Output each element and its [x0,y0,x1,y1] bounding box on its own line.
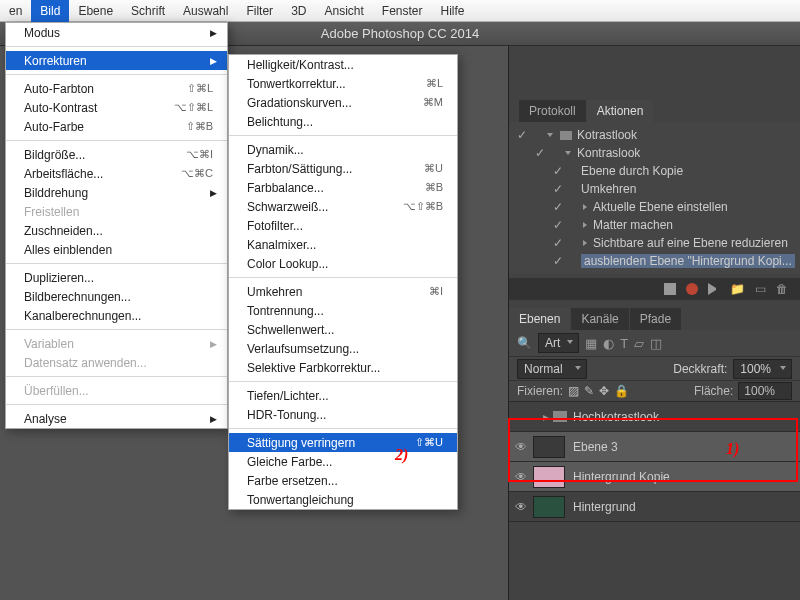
filter-type-select[interactable]: Art [538,333,579,353]
submenu-item[interactable]: Selektive Farbkorrektur... [229,358,457,377]
submenu-item[interactable]: Kanalmixer... [229,235,457,254]
menu-item[interactable]: Bilddrehung▶ [6,183,227,202]
play-icon[interactable] [708,283,720,295]
action-row[interactable]: ✓Kotrastlook [509,126,800,144]
filter-adj-icon[interactable]: ◐ [603,336,614,351]
lock-paint-icon[interactable]: ✎ [584,384,594,398]
new-icon[interactable]: ▭ [755,282,766,296]
blend-mode-select[interactable]: Normal [517,359,587,379]
submenu-item[interactable]: Schwarzweiß...⌥⇧⌘B [229,197,457,216]
action-row[interactable]: ✓Kontraslook [509,144,800,162]
visibility-icon[interactable]: 👁 [515,500,533,514]
submenu-item[interactable]: Fotofilter... [229,216,457,235]
submenu-item[interactable]: Gleiche Farbe... [229,452,457,471]
submenu-item[interactable]: HDR-Tonung... [229,405,457,424]
opacity-label: Deckkraft: [673,362,727,376]
actions-panel[interactable]: ✓Kotrastlook✓Kontraslook✓Ebene durch Kop… [509,122,800,274]
trash-icon[interactable]: 🗑 [776,282,788,296]
action-row[interactable]: ✓Ebene durch Kopie [509,162,800,180]
menu-item[interactable]: Korrekturen▶ [6,51,227,70]
action-row[interactable]: ✓Umkehren [509,180,800,198]
filter-smart-icon[interactable]: ◫ [650,336,662,351]
menu-item[interactable]: Bildgröße...⌥⌘I [6,145,227,164]
filter-type-icon[interactable]: T [620,336,628,351]
menu-item[interactable]: Analyse▶ [6,409,227,428]
layers-blend-row[interactable]: Normal Deckkraft: 100% [509,356,800,380]
fill-value[interactable]: 100% [738,382,792,400]
filter-shape-icon[interactable]: ▱ [634,336,644,351]
lock-pixel-icon[interactable]: ▨ [568,384,579,398]
submenu-item[interactable]: Schwellenwert... [229,320,457,339]
layer-row[interactable]: 👁Hintergrund [509,492,800,522]
menu-item[interactable]: Kanalberechnungen... [6,306,227,325]
menu-item[interactable]: Zuschneiden... [6,221,227,240]
submenu-item[interactable]: Belichtung... [229,112,457,131]
action-row[interactable]: ✓Matter machen [509,216,800,234]
menu-item[interactable]: Duplizieren... [6,268,227,287]
submenu-item[interactable]: Tonwertkorrektur...⌘L [229,74,457,93]
menu-item[interactable]: Auto-Farbton⇧⌘L [6,79,227,98]
folder-icon[interactable]: 📁 [730,282,745,296]
menu-bild-dropdown[interactable]: Modus▶Korrekturen▶Auto-Farbton⇧⌘LAuto-Ko… [5,22,228,429]
layers-list[interactable]: ▸Hochkotrastlook👁Ebene 3👁Hintergrund Kop… [509,402,800,522]
action-row[interactable]: ✓Aktuelle Ebene einstellen [509,198,800,216]
submenu-item[interactable]: Color Lookup... [229,254,457,273]
layer-row[interactable]: 👁Ebene 3 [509,432,800,462]
layers-lock-row[interactable]: Fixieren: ▨ ✎ ✥ 🔒 Fläche: 100% [509,380,800,402]
lock-move-icon[interactable]: ✥ [599,384,609,398]
menu-item[interactable]: Auto-Kontrast⌥⇧⌘L [6,98,227,117]
panel-tab[interactable]: Pfade [630,308,681,330]
menu-item[interactable]: Bildberechnungen... [6,287,227,306]
panel-tab[interactable]: Aktionen [587,100,654,122]
menu-schrift[interactable]: Schrift [122,0,174,22]
submenu-item[interactable]: Sättigung verringern⇧⌘U [229,433,457,452]
history-panel-tabs[interactable]: ProtokollAktionen [519,100,800,122]
visibility-icon[interactable]: 👁 [515,470,533,484]
filter-img-icon[interactable]: ▦ [585,336,597,351]
actions-toolbar[interactable]: 📁 ▭ 🗑 [509,278,800,300]
menubar[interactable]: enBildEbeneSchriftAuswahlFilter3DAnsicht… [0,0,800,22]
stop-icon[interactable] [664,283,676,295]
panel-tab[interactable]: Protokoll [519,100,586,122]
submenu-item[interactable]: Tiefen/Lichter... [229,386,457,405]
submenu-item[interactable]: Helligkeit/Kontrast... [229,55,457,74]
opacity-value[interactable]: 100% [733,359,792,379]
submenu-item[interactable]: Dynamik... [229,140,457,159]
panel-tab[interactable]: Ebenen [509,308,570,330]
menu-item[interactable]: Auto-Farbe⇧⌘B [6,117,227,136]
panel-tab[interactable]: Kanäle [571,308,628,330]
menu-ansicht[interactable]: Ansicht [315,0,372,22]
submenu-item[interactable]: Tonwertangleichung [229,490,457,509]
menu-hilfe[interactable]: Hilfe [432,0,474,22]
menu-ebene[interactable]: Ebene [69,0,122,22]
layer-row[interactable]: 👁Hintergrund Kopie [509,462,800,492]
visibility-icon[interactable]: 👁 [515,440,533,454]
menu-korrekturen-submenu[interactable]: Helligkeit/Kontrast...Tonwertkorrektur..… [228,54,458,510]
menu-item[interactable]: Arbeitsfläche...⌥⌘C [6,164,227,183]
layers-panel-tabs[interactable]: EbenenKanälePfade [509,308,800,330]
menu-3d[interactable]: 3D [282,0,315,22]
menu-fenster[interactable]: Fenster [373,0,432,22]
menu-bild[interactable]: Bild [31,0,69,22]
submenu-item[interactable]: Farbton/Sättigung...⌘U [229,159,457,178]
menu-item[interactable]: Alles einblenden [6,240,227,259]
menu-filter[interactable]: Filter [237,0,282,22]
lock-all-icon[interactable]: 🔒 [614,384,629,398]
submenu-item[interactable]: Farbbalance...⌘B [229,178,457,197]
submenu-item[interactable]: Umkehren⌘I [229,282,457,301]
layer-name: Hintergrund Kopie [573,470,670,484]
submenu-item[interactable]: Tontrennung... [229,301,457,320]
action-row[interactable]: ✓Sichtbare auf eine Ebene reduzieren [509,234,800,252]
menu-auswahl[interactable]: Auswahl [174,0,237,22]
submenu-item[interactable]: Gradationskurven...⌘M [229,93,457,112]
menu-item[interactable]: Modus▶ [6,23,227,42]
layer-row[interactable]: ▸Hochkotrastlook [509,402,800,432]
action-row[interactable]: ✓ausblenden Ebene "Hintergrund Kopi... [509,252,800,270]
submenu-item[interactable]: Verlaufsumsetzung... [229,339,457,358]
record-icon[interactable] [686,283,698,295]
menu-item: Freistellen [6,202,227,221]
menu-en[interactable]: en [0,0,31,22]
menu-item: Überfüllen... [6,381,227,400]
layers-filter-row[interactable]: 🔍 Art ▦ ◐ T ▱ ◫ [509,330,800,356]
submenu-item[interactable]: Farbe ersetzen... [229,471,457,490]
